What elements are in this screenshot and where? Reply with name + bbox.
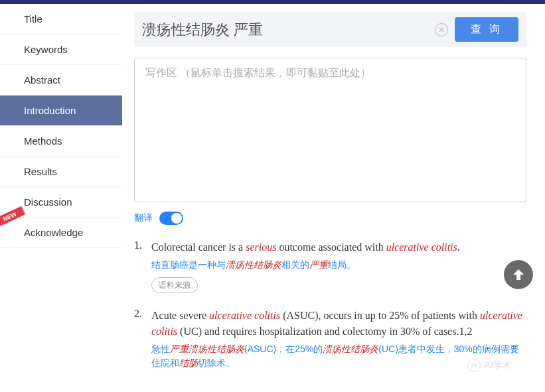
- translate-toggle[interactable]: [159, 212, 183, 225]
- result-number: 2.: [134, 308, 151, 370]
- sidebar-item-label: Title: [24, 13, 42, 25]
- sidebar-item-results[interactable]: Results: [0, 157, 122, 187]
- sidebar-item-label: Introduction: [24, 105, 76, 116]
- clear-icon[interactable]: ✕: [435, 23, 448, 36]
- watermark: ✉ AI学术: [467, 359, 512, 372]
- result-number: 1.: [134, 239, 151, 293]
- scroll-top-button[interactable]: [504, 260, 533, 289]
- main-content: ✕ 查 询 写作区 （鼠标单击搜索结果，即可黏贴至此处） 翻译 1. Color…: [122, 4, 545, 392]
- sidebar-item-label: Acknowledge: [24, 227, 83, 238]
- sidebar-item-abstract[interactable]: Abstract: [0, 65, 122, 96]
- sidebar-item-acknowledge[interactable]: NEW Acknowledge: [0, 218, 122, 248]
- sidebar-item-keywords[interactable]: Keywords: [0, 34, 122, 65]
- result-english: Colorectal cancer is a serious outcome a…: [151, 239, 526, 255]
- sidebar-item-label: Methods: [24, 135, 62, 147]
- sidebar-item-title[interactable]: Title: [0, 4, 122, 34]
- writing-area[interactable]: 写作区 （鼠标单击搜索结果，即可黏贴至此处）: [134, 58, 526, 202]
- search-row: ✕ 查 询: [134, 12, 526, 47]
- result-chinese: 结直肠癌是一种与溃疡性结肠炎相关的严重结局。: [151, 258, 526, 272]
- sidebar-item-introduction[interactable]: Introduction: [0, 96, 122, 126]
- source-button[interactable]: 语料来源: [151, 277, 198, 293]
- result-english: Acute severe ulcerative colitis (ASUC), …: [151, 308, 526, 340]
- sidebar-item-label: Abstract: [24, 74, 60, 86]
- results-list: 1. Colorectal cancer is a serious outcom…: [134, 239, 526, 370]
- writing-placeholder: 写作区 （鼠标单击搜索结果，即可黏贴至此处）: [145, 67, 371, 78]
- search-input[interactable]: [142, 21, 428, 38]
- sidebar-item-label: Results: [24, 166, 57, 177]
- sidebar-item-methods[interactable]: Methods: [0, 126, 122, 157]
- sidebar: Title Keywords Abstract Introduction Met…: [0, 4, 122, 392]
- result-item[interactable]: 1. Colorectal cancer is a serious outcom…: [134, 239, 526, 293]
- query-button[interactable]: 查 询: [455, 17, 518, 42]
- sidebar-item-label: Discussion: [24, 196, 72, 208]
- translate-label: 翻译: [134, 212, 153, 224]
- translate-row: 翻译: [134, 212, 526, 225]
- sidebar-item-label: Keywords: [24, 44, 68, 55]
- wechat-icon: ✉: [467, 359, 481, 372]
- arrow-up-icon: [510, 267, 526, 283]
